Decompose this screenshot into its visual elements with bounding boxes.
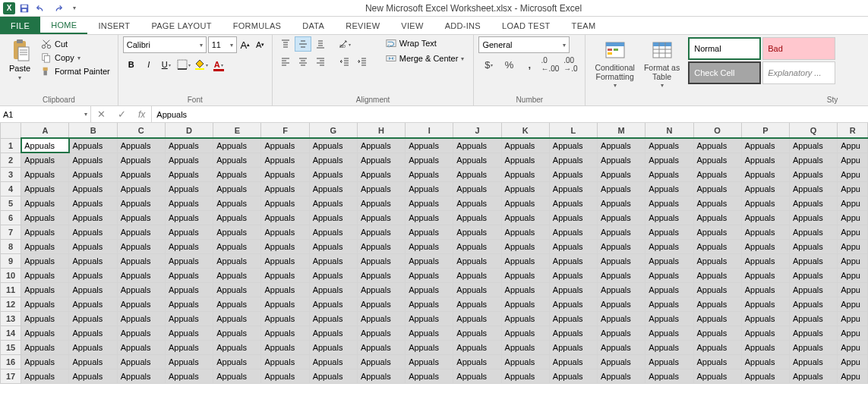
cell[interactable]: Appuals: [693, 210, 741, 225]
cell[interactable]: Appuals: [357, 297, 405, 311]
cell[interactable]: Appuals: [261, 297, 309, 311]
cell[interactable]: Appuals: [21, 138, 69, 152]
cell[interactable]: Appuals: [501, 210, 549, 225]
cell[interactable]: Appuals: [309, 181, 357, 196]
cell[interactable]: Appuals: [309, 239, 357, 253]
row-header[interactable]: 11: [1, 282, 21, 297]
cell[interactable]: Appuals: [165, 167, 213, 181]
formula-input[interactable]: Appuals: [152, 106, 868, 122]
cell[interactable]: Appuals: [741, 369, 789, 383]
decrease-font-button[interactable]: A▾: [254, 36, 267, 53]
cell[interactable]: Appuals: [117, 340, 165, 354]
cell[interactable]: Appuals: [645, 311, 693, 325]
cell[interactable]: Appuals: [117, 268, 165, 282]
cell[interactable]: Appuals: [741, 282, 789, 297]
cell[interactable]: Appuals: [790, 369, 838, 383]
cell[interactable]: Appuals: [117, 152, 165, 167]
save-button[interactable]: [17, 2, 32, 15]
cell[interactable]: Appuals: [117, 282, 165, 297]
cell[interactable]: Appuals: [501, 340, 549, 354]
cell[interactable]: Appuals: [453, 210, 501, 225]
cell[interactable]: Appuals: [645, 268, 693, 282]
cell[interactable]: Appuals: [117, 138, 165, 152]
cell[interactable]: Appuals: [357, 311, 405, 325]
cell[interactable]: Appuals: [406, 282, 453, 297]
cell[interactable]: Appuals: [213, 354, 261, 369]
cell[interactable]: Appuals: [117, 253, 165, 268]
cell[interactable]: Appuals: [309, 297, 357, 311]
cell[interactable]: Appuals: [213, 340, 261, 354]
cell[interactable]: Appuals: [645, 152, 693, 167]
cell[interactable]: Appuals: [406, 138, 453, 152]
column-header[interactable]: B: [69, 123, 117, 138]
cell[interactable]: Appuals: [21, 297, 69, 311]
cell[interactable]: Appuals: [693, 152, 741, 167]
cell[interactable]: Appuals: [165, 282, 213, 297]
cell[interactable]: Appuals: [453, 239, 501, 253]
cell[interactable]: Appuals: [790, 225, 838, 239]
cell[interactable]: Appuals: [741, 253, 789, 268]
cell[interactable]: Appu: [838, 282, 868, 297]
cell[interactable]: Appuals: [598, 282, 645, 297]
cell[interactable]: Appuals: [453, 196, 501, 210]
cell[interactable]: Appuals: [261, 340, 309, 354]
cell[interactable]: Appuals: [21, 369, 69, 383]
cell[interactable]: Appuals: [406, 340, 453, 354]
cell[interactable]: Appuals: [741, 340, 789, 354]
cell[interactable]: Appuals: [741, 152, 789, 167]
cell[interactable]: Appuals: [213, 325, 261, 340]
cell[interactable]: Appuals: [453, 152, 501, 167]
cell[interactable]: Appu: [838, 268, 868, 282]
cell[interactable]: Appuals: [309, 311, 357, 325]
cell[interactable]: Appuals: [598, 225, 645, 239]
cell[interactable]: Appuals: [261, 196, 309, 210]
cell[interactable]: Appuals: [357, 253, 405, 268]
font-color-button[interactable]: A▾: [210, 56, 227, 73]
column-header[interactable]: F: [261, 123, 309, 138]
cell[interactable]: Appuals: [453, 282, 501, 297]
cell[interactable]: Appuals: [69, 196, 117, 210]
column-header[interactable]: R: [838, 123, 868, 138]
cell[interactable]: Appuals: [69, 325, 117, 340]
cell[interactable]: Appuals: [453, 311, 501, 325]
cell[interactable]: Appu: [838, 239, 868, 253]
cell[interactable]: Appuals: [213, 311, 261, 325]
cell[interactable]: Appuals: [165, 297, 213, 311]
cell[interactable]: Appuals: [549, 311, 597, 325]
cell[interactable]: Appuals: [261, 181, 309, 196]
cell[interactable]: Appuals: [549, 181, 597, 196]
cell[interactable]: Appuals: [406, 253, 453, 268]
cell[interactable]: Appuals: [117, 311, 165, 325]
cell[interactable]: Appuals: [309, 282, 357, 297]
row-header[interactable]: 1: [1, 138, 21, 152]
comma-format-button[interactable]: ,: [519, 56, 539, 73]
cell[interactable]: Appu: [838, 181, 868, 196]
cell[interactable]: Appuals: [117, 210, 165, 225]
row-header[interactable]: 5: [1, 196, 21, 210]
cell[interactable]: Appuals: [790, 152, 838, 167]
cell[interactable]: Appuals: [453, 225, 501, 239]
row-header[interactable]: 9: [1, 253, 21, 268]
cell[interactable]: Appuals: [357, 138, 405, 152]
cell[interactable]: Appuals: [165, 239, 213, 253]
cell[interactable]: Appuals: [645, 210, 693, 225]
cell[interactable]: Appuals: [165, 268, 213, 282]
cell[interactable]: Appuals: [790, 167, 838, 181]
cell[interactable]: Appuals: [357, 225, 405, 239]
paste-button[interactable]: Paste ▾: [5, 36, 35, 81]
cell[interactable]: Appu: [838, 253, 868, 268]
cell[interactable]: Appuals: [213, 138, 261, 152]
cell[interactable]: Appuals: [501, 325, 549, 340]
cell[interactable]: Appuals: [645, 325, 693, 340]
cell[interactable]: Appuals: [213, 167, 261, 181]
align-center-button[interactable]: [295, 54, 311, 69]
cell[interactable]: Appuals: [69, 282, 117, 297]
cell[interactable]: Appuals: [357, 268, 405, 282]
cell[interactable]: Appuals: [693, 196, 741, 210]
row-header[interactable]: 7: [1, 225, 21, 239]
cell[interactable]: Appuals: [117, 354, 165, 369]
cell[interactable]: Appuals: [741, 268, 789, 282]
cell[interactable]: Appuals: [741, 297, 789, 311]
cell[interactable]: Appuals: [645, 196, 693, 210]
cell[interactable]: Appuals: [213, 225, 261, 239]
